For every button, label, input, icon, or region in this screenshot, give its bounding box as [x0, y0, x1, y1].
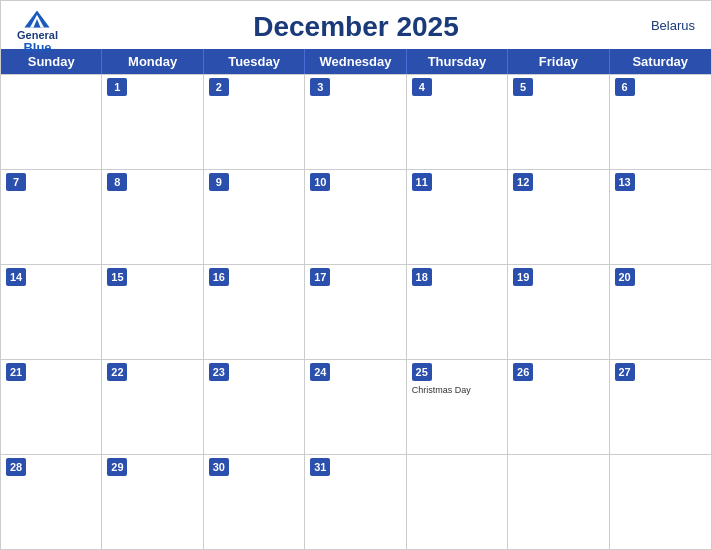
day-number: 7 — [6, 173, 26, 191]
day-cell: 1 — [102, 75, 203, 169]
day-cell: 10 — [305, 170, 406, 264]
country-label: Belarus — [651, 18, 695, 33]
day-cell: 4 — [407, 75, 508, 169]
day-cell: 21 — [1, 360, 102, 454]
day-number: 2 — [209, 78, 229, 96]
day-number: 29 — [107, 458, 127, 476]
day-cell — [407, 455, 508, 549]
day-header-wednesday: Wednesday — [305, 49, 406, 74]
calendar: General Blue December 2025 Belarus Sunda… — [0, 0, 712, 550]
day-header-monday: Monday — [102, 49, 203, 74]
week-row-3: 2122232425Christmas Day2627 — [1, 359, 711, 454]
week-row-0: 123456 — [1, 74, 711, 169]
day-number: 26 — [513, 363, 533, 381]
day-number: 16 — [209, 268, 229, 286]
calendar-title: December 2025 — [253, 11, 458, 43]
day-cell: 30 — [204, 455, 305, 549]
day-header-saturday: Saturday — [610, 49, 711, 74]
day-number: 20 — [615, 268, 635, 286]
week-row-1: 78910111213 — [1, 169, 711, 264]
day-number: 15 — [107, 268, 127, 286]
day-number: 9 — [209, 173, 229, 191]
day-cell: 9 — [204, 170, 305, 264]
logo-blue-text: Blue — [23, 41, 51, 55]
day-cell: 31 — [305, 455, 406, 549]
day-number: 10 — [310, 173, 330, 191]
day-cell: 7 — [1, 170, 102, 264]
day-cell: 5 — [508, 75, 609, 169]
day-cell: 18 — [407, 265, 508, 359]
calendar-grid: SundayMondayTuesdayWednesdayThursdayFrid… — [1, 49, 711, 549]
day-cell: 6 — [610, 75, 711, 169]
day-cell: 29 — [102, 455, 203, 549]
day-number: 21 — [6, 363, 26, 381]
day-cell: 28 — [1, 455, 102, 549]
day-cell — [508, 455, 609, 549]
day-cell: 26 — [508, 360, 609, 454]
day-cell: 16 — [204, 265, 305, 359]
day-cell: 25Christmas Day — [407, 360, 508, 454]
day-number: 23 — [209, 363, 229, 381]
day-number: 6 — [615, 78, 635, 96]
day-number: 4 — [412, 78, 432, 96]
logo-icon — [23, 9, 51, 29]
day-cell — [610, 455, 711, 549]
day-header-tuesday: Tuesday — [204, 49, 305, 74]
day-cell — [1, 75, 102, 169]
day-number: 3 — [310, 78, 330, 96]
day-cell: 19 — [508, 265, 609, 359]
day-number: 13 — [615, 173, 635, 191]
day-number: 12 — [513, 173, 533, 191]
day-number: 1 — [107, 78, 127, 96]
day-cell: 20 — [610, 265, 711, 359]
weeks-container: 1234567891011121314151617181920212223242… — [1, 74, 711, 549]
day-cell: 24 — [305, 360, 406, 454]
day-number: 18 — [412, 268, 432, 286]
calendar-header: General Blue December 2025 Belarus — [1, 1, 711, 49]
day-cell: 12 — [508, 170, 609, 264]
week-row-2: 14151617181920 — [1, 264, 711, 359]
day-event: Christmas Day — [412, 385, 502, 395]
day-number: 22 — [107, 363, 127, 381]
day-cell: 27 — [610, 360, 711, 454]
day-cell: 13 — [610, 170, 711, 264]
day-number: 17 — [310, 268, 330, 286]
day-cell: 23 — [204, 360, 305, 454]
day-number: 11 — [412, 173, 432, 191]
day-number: 27 — [615, 363, 635, 381]
day-number: 14 — [6, 268, 26, 286]
day-number: 31 — [310, 458, 330, 476]
day-number: 5 — [513, 78, 533, 96]
day-number: 19 — [513, 268, 533, 286]
day-cell: 3 — [305, 75, 406, 169]
day-header-thursday: Thursday — [407, 49, 508, 74]
day-cell: 14 — [1, 265, 102, 359]
day-cell: 8 — [102, 170, 203, 264]
day-cell: 22 — [102, 360, 203, 454]
day-cell: 11 — [407, 170, 508, 264]
day-cell: 15 — [102, 265, 203, 359]
week-row-4: 28293031 — [1, 454, 711, 549]
day-number: 24 — [310, 363, 330, 381]
day-number: 30 — [209, 458, 229, 476]
day-number: 8 — [107, 173, 127, 191]
logo: General Blue — [17, 9, 58, 55]
day-number: 28 — [6, 458, 26, 476]
day-cell: 2 — [204, 75, 305, 169]
day-header-friday: Friday — [508, 49, 609, 74]
day-headers-row: SundayMondayTuesdayWednesdayThursdayFrid… — [1, 49, 711, 74]
day-cell: 17 — [305, 265, 406, 359]
day-number: 25 — [412, 363, 432, 381]
